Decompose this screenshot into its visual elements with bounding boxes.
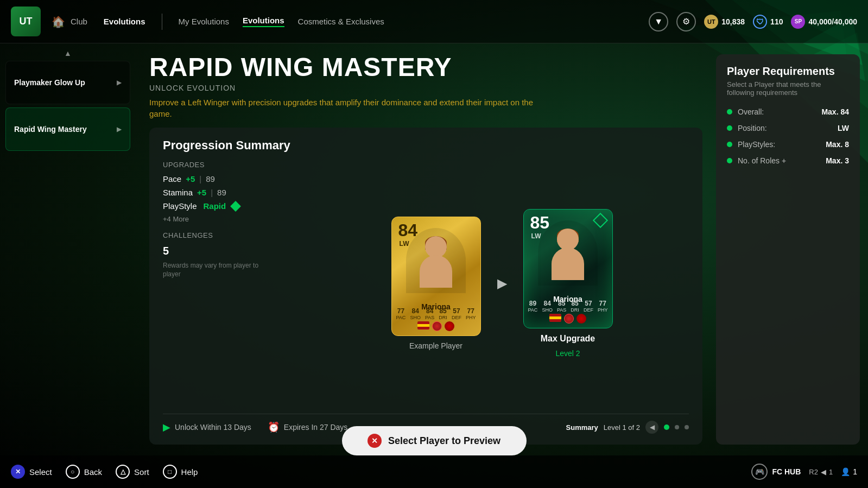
circle-controller-icon: ○ (66, 465, 80, 479)
nav-my-evolutions[interactable]: My Evolutions (179, 17, 229, 26)
req-dot-playstyles (727, 142, 732, 147)
upgrades-label: Upgrades (163, 161, 304, 169)
nav-club[interactable]: 🏠 Club (52, 15, 87, 28)
nav-evolutions[interactable]: Evolutions (104, 17, 145, 26)
body-left (420, 255, 452, 288)
x-button-icon: ✕ (368, 434, 382, 448)
back-btn-label: Back (84, 467, 102, 477)
select-player-label: Select Player to Preview (388, 435, 500, 447)
req-roles-left: No. of Roles + (727, 156, 786, 165)
fc-hub: 🎮 FC HUB (751, 464, 801, 480)
body-right (552, 248, 584, 280)
nav-evolutions-sub[interactable]: Evolutions (243, 16, 284, 27)
player-image-right (538, 220, 598, 286)
progression-stats: Upgrades Pace +5 | 89 Stamina +5 | 89 (163, 161, 304, 405)
req-playstyles: PlayStyles: Max. 8 (727, 140, 849, 149)
currency-sp: SP 40,000/40,000 (791, 15, 857, 29)
stat-def-right: 57 DEF (584, 300, 593, 313)
arrow-icon: ▶ (497, 276, 507, 291)
req-playstyles-val: Max. 8 (826, 140, 849, 149)
nav-subitems: My Evolutions Evolutions Cosmetics & Exc… (179, 16, 384, 27)
player-card-right-wrapper: 85 LW Mariona (523, 209, 613, 358)
playstyle-row: PlayStyle Rapid (163, 201, 304, 211)
player-cards-area: 84 LW Mariona (315, 161, 689, 405)
stat-pas-right: 85 PAS (557, 300, 566, 313)
head-left (425, 236, 447, 258)
club-icon: 🏠 (52, 15, 65, 28)
requirements-card: Player Requirements Select a Player that… (716, 54, 860, 445)
challenges-label: Challenges (163, 231, 304, 239)
help-btn-label: Help (181, 467, 198, 477)
req-position: Position: LW (727, 124, 849, 132)
stat-phy-left: 77 PHY (466, 307, 476, 320)
sort-btn[interactable]: △ Sort (116, 465, 149, 479)
req-dot-position (727, 125, 732, 131)
flag-spain (417, 321, 429, 329)
stat-dri-left: 85 DRI (439, 307, 447, 320)
player-silhouette-left (411, 233, 460, 293)
card-right-flags (524, 314, 612, 324)
currency-coins: UT 10,838 (704, 15, 745, 29)
content-area: Rapid Wing Mastery Unlock Evolution Impr… (136, 43, 716, 455)
shield-currency-icon: 🛡 (753, 15, 767, 29)
filter-icon-btn[interactable]: ▼ (649, 12, 668, 31)
badge-right-2 (576, 314, 586, 324)
chevron-right-icon: ▶ (117, 79, 122, 86)
rewards-note: Rewards may vary from player to player (163, 262, 271, 278)
req-roles-val: Max. 3 (826, 156, 849, 165)
playstyle-diamond-icon (230, 201, 241, 212)
teal-corner-icon (595, 215, 606, 226)
page-title: Rapid Wing Mastery (149, 54, 702, 80)
unlock-label: Unlock Evolution (149, 84, 702, 92)
player-card-max: 85 LW Mariona (523, 209, 613, 328)
select-player-button[interactable]: ✕ Select Player to Preview (342, 426, 527, 455)
triangle-controller-icon: △ (116, 465, 130, 479)
req-dot-overall (727, 109, 732, 115)
r2-indicator: R2 ◀ 1 (809, 468, 833, 476)
progression-card: Progression Summary Upgrades Pace +5 | 8… (149, 128, 702, 445)
nav-items: 🏠 Club Evolutions My Evolutions Evolutio… (52, 14, 649, 30)
hub-icon: 🎮 (751, 464, 768, 480)
select-btn[interactable]: ✕ Select (11, 465, 52, 479)
req-overall-left: Overall: (727, 107, 764, 116)
square-controller-icon: □ (163, 465, 177, 479)
description: Improve a Left Winger with precision upg… (149, 97, 551, 119)
ut-currency-icon: UT (704, 15, 718, 29)
currency-shield: 🛡 110 (753, 15, 783, 29)
help-btn[interactable]: □ Help (163, 465, 198, 479)
badge-left-1 (432, 321, 442, 331)
sidebar-item-rapid-wing[interactable]: Rapid Wing Mastery ▶ (5, 107, 130, 151)
stat-sho-left: 84 SHO (410, 307, 421, 320)
badge-left-2 (445, 321, 454, 331)
req-dot-roles (727, 158, 732, 163)
req-roles: No. of Roles + Max. 3 (727, 156, 849, 165)
req-playstyles-left: PlayStyles: (727, 140, 775, 149)
nav-separator (162, 14, 162, 30)
player-card-left-wrapper: 84 LW Mariona (391, 217, 481, 350)
stat-dri-right: 85 DRI (571, 300, 579, 313)
player-card-example: 84 LW Mariona (391, 217, 481, 336)
req-position-left: Position: (727, 124, 767, 132)
req-title: Player Requirements (727, 65, 849, 78)
sidebar-up-arrow[interactable]: ▲ (0, 49, 136, 58)
status-right: 🎮 FC HUB R2 ◀ 1 👤 1 (751, 464, 857, 480)
nav-cosmetics[interactable]: Cosmetics & Exclusives (298, 17, 384, 26)
stat-sho-right: 84 SHO (542, 300, 553, 313)
select-player-bar: ✕ Select Player to Preview (0, 426, 868, 455)
card-left-pos: LW (400, 240, 409, 248)
player-silhouette-right (543, 226, 592, 286)
ut-logo: UT (11, 7, 41, 36)
req-subtitle: Select a Player that meets the following… (727, 80, 849, 97)
back-btn[interactable]: ○ Back (66, 465, 102, 479)
top-navigation: UT 🏠 Club Evolutions My Evolutions Evolu… (0, 0, 868, 43)
sidebar-item-playmaker[interactable]: Playmaker Glow Up ▶ (5, 61, 130, 104)
card-right-level: Level 2 (555, 349, 580, 358)
stat-phy-right: 77 PHY (598, 300, 608, 313)
badge-right-1 (564, 314, 574, 324)
teal-diamond (592, 212, 607, 227)
progression-body: Upgrades Pace +5 | 89 Stamina +5 | 89 (163, 161, 689, 405)
card-left-label: Example Player (409, 341, 462, 350)
settings-icon-btn[interactable]: ⚙ (676, 12, 696, 31)
select-btn-label: Select (29, 467, 52, 477)
req-overall: Overall: Max. 84 (727, 107, 849, 116)
